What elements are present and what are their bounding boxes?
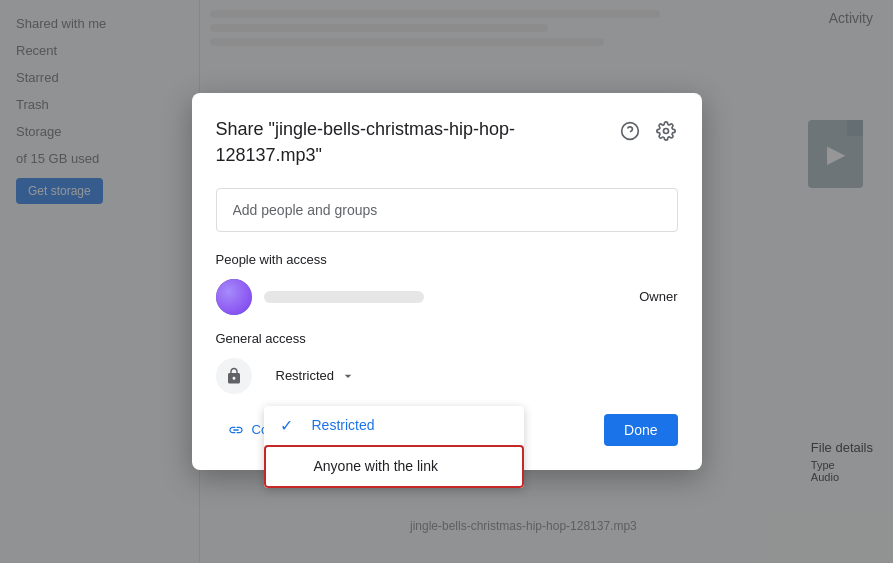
people-section-label: People with access: [216, 252, 678, 267]
dialog-header: Share "jingle-bells-christmas-hip-hop-12…: [216, 117, 678, 167]
dropdown-menu: ✓ Restricted ✓ Anyone with the link: [264, 406, 524, 488]
check-icon: ✓: [280, 416, 300, 435]
avatar: [216, 279, 252, 315]
owner-label: Owner: [639, 289, 677, 304]
check-icon-empty: ✓: [282, 457, 302, 476]
settings-icon[interactable]: [654, 119, 678, 143]
general-access-label: General access: [216, 331, 678, 346]
dialog-header-icons: [618, 117, 678, 143]
dropdown-wrapper: Restricted ✓ Restricted ✓ Anyone w: [264, 362, 678, 390]
email-blurred: [264, 291, 628, 303]
dialog-title: Share "jingle-bells-christmas-hip-hop-12…: [216, 117, 618, 167]
lock-icon: [225, 367, 243, 385]
search-input[interactable]: [233, 202, 661, 218]
dropdown-item-restricted-label: Restricted: [312, 417, 375, 433]
modal-overlay: Share "jingle-bells-christmas-hip-hop-12…: [0, 0, 893, 563]
dropdown-item-anyone-label: Anyone with the link: [314, 458, 439, 474]
svg-point-2: [663, 129, 668, 134]
dropdown-item-anyone[interactable]: ✓ Anyone with the link: [264, 445, 524, 488]
help-icon[interactable]: [618, 119, 642, 143]
access-dropdown[interactable]: Restricted: [264, 362, 678, 390]
dropdown-item-restricted[interactable]: ✓ Restricted: [264, 406, 524, 445]
search-container[interactable]: [216, 188, 678, 232]
access-row: Restricted ✓ Restricted ✓ Anyone w: [216, 358, 678, 394]
link-icon: [228, 422, 244, 438]
lock-icon-circle: [216, 358, 252, 394]
chevron-down-icon: [340, 368, 356, 384]
share-dialog: Share "jingle-bells-christmas-hip-hop-12…: [192, 93, 702, 469]
done-button[interactable]: Done: [604, 414, 677, 446]
access-dropdown-text: Restricted: [276, 368, 335, 383]
people-row: Owner: [216, 279, 678, 315]
